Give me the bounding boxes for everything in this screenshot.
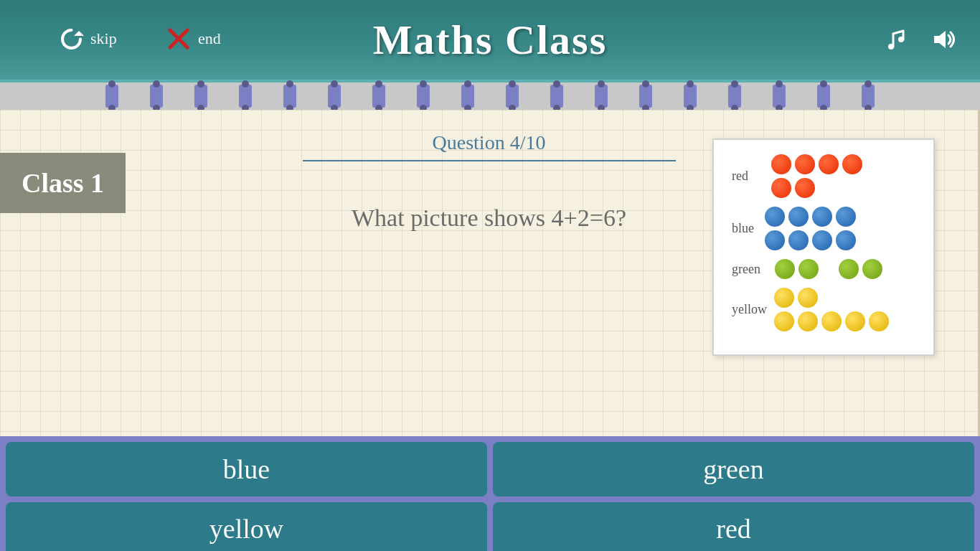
class-badge: Class 1 <box>0 153 126 213</box>
main-content: Class 1 Question 4/10 What picture shows… <box>0 110 980 436</box>
label-yellow: yellow <box>732 302 767 317</box>
header-icons <box>880 23 958 55</box>
spiral-hole <box>639 85 652 108</box>
spiral-hole <box>417 85 430 108</box>
skip-button[interactable]: skip <box>57 25 117 52</box>
spiral-hole <box>328 85 341 108</box>
spiral-hole <box>150 85 163 108</box>
spiral-hole <box>194 85 207 108</box>
spiral-hole <box>595 85 608 108</box>
spiral-hole <box>461 85 474 108</box>
music-icon[interactable] <box>880 23 912 55</box>
answer-btn-red[interactable]: red <box>493 502 974 552</box>
spiral-hole <box>372 85 385 108</box>
answer-btn-red-label: red <box>716 513 751 545</box>
header: skip end Maths Class <box>0 0 980 83</box>
answer-btn-yellow[interactable]: yellow <box>6 502 487 552</box>
label-green: green <box>732 262 768 277</box>
answer-row-yellow: yellow <box>732 288 915 331</box>
dots-yellow <box>774 288 915 331</box>
svg-point-4 <box>898 37 904 42</box>
spiral-hole <box>773 85 786 108</box>
svg-point-3 <box>888 44 894 50</box>
skip-icon <box>57 25 85 52</box>
spiral-hole <box>105 85 118 108</box>
svg-marker-5 <box>934 31 946 48</box>
answer-card: red blue <box>712 138 935 356</box>
dots-red <box>771 154 915 198</box>
spiral-hole <box>862 85 875 108</box>
answer-row-blue: blue <box>732 207 915 250</box>
skip-label: skip <box>90 29 117 48</box>
class-badge-text: Class 1 <box>22 168 104 198</box>
answer-btn-yellow-label: yellow <box>209 513 283 545</box>
spiral-binding <box>0 83 980 110</box>
end-button[interactable]: end <box>165 25 221 52</box>
spiral-hole <box>239 85 252 108</box>
spiral-hole <box>283 85 296 108</box>
answer-row-red: red <box>732 154 915 198</box>
notebook: Class 1 Question 4/10 What picture shows… <box>0 110 980 436</box>
end-icon <box>165 25 192 52</box>
spiral-hole <box>550 85 563 108</box>
spiral-hole <box>817 85 830 108</box>
svg-marker-0 <box>74 31 84 36</box>
answer-btn-green[interactable]: green <box>493 442 974 496</box>
page-title: Maths Class <box>373 16 608 64</box>
dots-blue <box>765 207 915 250</box>
question-underline <box>303 160 676 161</box>
dots-green <box>775 259 888 279</box>
answer-row-green: green <box>732 259 915 279</box>
answer-btn-blue-label: blue <box>223 453 270 485</box>
answer-btn-green-label: green <box>703 453 763 485</box>
sound-icon[interactable] <box>926 23 958 55</box>
answer-btn-blue[interactable]: blue <box>6 442 487 496</box>
answer-buttons-area: blue green yellow red <box>0 436 980 551</box>
end-label: end <box>198 29 221 48</box>
spiral-hole <box>506 85 519 108</box>
label-red: red <box>732 169 764 184</box>
spiral-hole <box>684 85 697 108</box>
label-blue: blue <box>732 221 758 236</box>
spiral-hole <box>728 85 741 108</box>
